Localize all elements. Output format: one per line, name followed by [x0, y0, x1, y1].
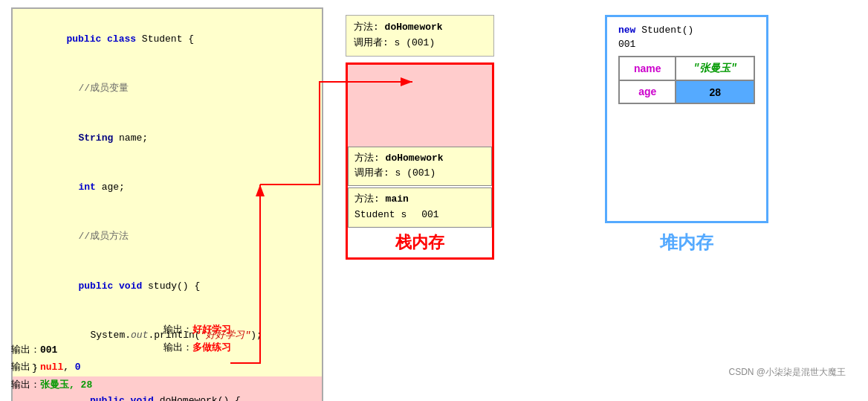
class-header: public class Student {: [20, 15, 314, 64]
output-value-1: 001: [40, 344, 57, 356]
field-int: int age;: [20, 163, 314, 212]
frame-do-method: 方法: doHomework: [354, 151, 485, 167]
csdn-watermark: CSDN @小柒柒是混世大魔王: [728, 366, 846, 379]
output-panel: 输出：001 输出：null, 0 输出：张曼玉, 28: [11, 341, 92, 394]
heap-field-age-value: 28: [676, 80, 754, 103]
right-output-panel: 输出：好好学习 输出：多做练习: [163, 321, 231, 356]
duoduo-value: 多做练习: [192, 342, 231, 353]
heap-title: new Student(): [618, 25, 755, 36]
frame-do-caller: 调用者: s (001): [354, 166, 485, 182]
output-haohao: 输出：好好学习: [163, 321, 231, 339]
stack-box: 方法: doHomework 调用者: s (001) 方法: main Stu…: [346, 62, 494, 260]
frame-main-var: Student s001: [354, 208, 485, 223]
main-container: public class Student { //成员变量 String nam…: [0, 0, 868, 401]
output-prefix-1: 输出：: [11, 344, 40, 356]
heap-field-name-value: "张曼玉": [676, 57, 754, 80]
output-comma: ,: [63, 362, 75, 373]
call-label-method: 方法: doHomework: [354, 20, 486, 36]
stack-panel: 方法: doHomework 调用者: s (001) 方法: doHomewo…: [338, 15, 502, 260]
call-label-top: 方法: doHomework 调用者: s (001): [346, 15, 494, 57]
comment-method: //成员方法: [20, 212, 314, 261]
heap-row-name: name "张曼玉": [619, 57, 754, 80]
haohao-prefix: 输出：: [163, 324, 192, 336]
output-prefix-3: 输出：: [11, 379, 40, 391]
heap-box: new Student() 001 name "张曼玉" age 28: [605, 15, 768, 223]
heap-table: name "张曼玉" age 28: [618, 56, 755, 104]
heap-field-age-label: age: [619, 80, 676, 103]
heap-field-name-label: name: [619, 57, 676, 80]
output-name-age: 张曼玉, 28: [40, 379, 92, 391]
output-line-2: 输出：null, 0: [11, 359, 92, 376]
output-zero: 0: [75, 362, 81, 373]
comment-field: //成员变量: [20, 64, 314, 113]
heap-row-age: age 28: [619, 80, 754, 103]
heap-label: 堆内存: [660, 231, 713, 254]
output-null: null: [40, 362, 63, 373]
stack-empty-area: [348, 65, 492, 147]
frame-main-method: 方法: main: [354, 192, 485, 208]
haohao-value: 好好学习: [192, 324, 231, 336]
stack-frame-main: 方法: main Student s001: [348, 187, 492, 228]
output-line-1: 输出：001: [11, 341, 92, 359]
output-duoduo: 输出：多做练习: [163, 339, 231, 356]
stack-frame-doHomework: 方法: doHomework 调用者: s (001): [348, 147, 492, 187]
output-line-3: 输出：张曼玉, 28: [11, 376, 92, 394]
call-label-caller: 调用者: s (001): [354, 36, 486, 51]
output-prefix-2: 输出：: [11, 362, 40, 373]
method-study: public void study() {: [20, 261, 314, 310]
stack-label: 栈内存: [348, 228, 492, 257]
heap-addr: 001: [618, 39, 755, 50]
heap-panel: new Student() 001 name "张曼玉" age 28: [516, 15, 857, 254]
duoduo-prefix: 输出：: [163, 342, 192, 353]
field-string: String name;: [20, 114, 314, 163]
